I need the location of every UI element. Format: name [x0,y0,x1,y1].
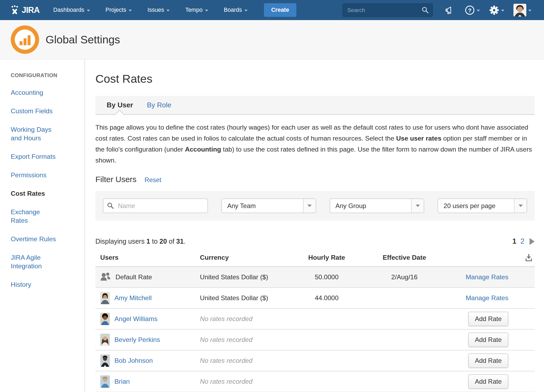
sidebar-item-cost-rates[interactable]: Cost Rates [11,189,77,198]
avatar [100,313,110,325]
main-content: Cost Rates By User By Role This page all… [85,59,544,392]
sidebar-heading: CONFIGURATION [11,72,77,78]
select-arrow [514,199,527,213]
nav-dashboards-label: Dashboards [53,7,84,13]
announcements-button[interactable] [445,5,456,15]
currency-cell: United States Dollar ($) [200,294,293,302]
sidebar-item-overtime-rules[interactable]: Overtime Rules [11,235,77,243]
pagination-next-icon[interactable] [530,238,535,245]
table-row: Amy Mitchell United States Dollar ($) 44… [95,288,535,309]
effective-date-cell: 2/Aug/16 [360,273,449,281]
status-cell: No rates recorded [200,315,293,323]
help-menu[interactable]: ? [465,5,480,15]
user-cell: Beverly Perkins [95,334,200,346]
displaying-from: 1 [146,238,150,245]
hourly-rate-cell: 50.0000 [293,273,360,281]
download-icon[interactable] [524,254,533,262]
user-name-link[interactable]: Beverly Perkins [114,336,160,344]
table-header-row: Users Currency Hourly Rate Effective Dat… [95,254,535,267]
add-rate-button[interactable]: Add Rate [468,353,508,368]
table-header-actions [449,254,535,262]
table-row: Beverly Perkins No rates recorded Add Ra… [95,330,535,350]
add-rate-button[interactable]: Add Rate [468,333,508,347]
add-rate-button[interactable]: Add Rate [468,312,508,326]
chevron-down-icon [501,10,504,12]
avatar [100,355,110,367]
sidebar-item-working-days-and-hours[interactable]: Working Days and Hours [11,125,77,142]
jira-logo[interactable]: JIRA [10,5,40,15]
chevron-down-icon [87,10,90,12]
user-name-link[interactable]: Bob Johnson [114,357,153,364]
search-icon[interactable] [422,6,429,14]
column-users: Users [95,254,200,261]
tab-bar: By User By Role [95,96,535,115]
manage-rates-link[interactable]: Manage Rates [466,273,508,281]
settings-menu[interactable] [489,5,504,15]
avatar [100,334,110,346]
nav-boards-label: Boards [224,7,242,13]
pagination-page-2[interactable]: 2 [520,237,524,246]
team-select[interactable]: Any Team [221,198,316,213]
page: { "colors": { "nav_bg": "#275a88", "crea… [0,0,544,392]
page-size-select[interactable]: 20 users per page [438,198,527,213]
action-cell: Add Rate [449,312,535,326]
user-menu[interactable] [513,4,531,17]
hourly-rate-cell: 44.0000 [293,294,360,302]
jira-mark-icon [10,5,19,15]
description-bold: Use user rates [396,135,441,142]
nav-projects-label: Projects [106,7,126,13]
avatar [100,292,110,304]
tab-by-user[interactable]: By User [107,101,133,109]
displaying-part: of [167,238,176,245]
chevron-down-icon [477,10,480,12]
tab-by-role[interactable]: By Role [147,101,171,109]
group-select[interactable]: Any Group [330,198,424,213]
megaphone-icon [445,5,456,15]
displaying-part: to [150,238,159,245]
column-currency: Currency [200,254,293,261]
search-input[interactable] [342,3,433,17]
active-tab-notch [115,111,124,115]
group-icon [100,272,111,282]
user-name-link[interactable]: Amy Mitchell [114,294,152,302]
select-arrow [303,199,316,213]
sidebar-item-accounting[interactable]: Accounting [11,88,77,97]
nav-issues[interactable]: Issues [147,7,170,13]
add-rate-button[interactable]: Add Rate [468,374,508,389]
chevron-down-icon [129,10,132,12]
search-icon [107,202,114,209]
nav-boards[interactable]: Boards [224,7,248,13]
sidebar-item-jira-agile-integration[interactable]: JIRA Agile Integration [11,253,77,270]
action-cell: Add Rate [449,333,535,347]
chevron-down-icon [244,10,248,12]
displaying-total: 31 [176,238,184,245]
user-avatar [513,4,526,17]
nav-dashboards[interactable]: Dashboards [53,7,90,13]
status-cell: No rates recorded [200,336,293,344]
status-cell: No rates recorded [200,357,293,364]
nav-tempo[interactable]: Tempo [185,7,208,13]
action-cell: Add Rate [449,374,535,389]
sidebar-item-permissions[interactable]: Permissions [11,171,77,179]
name-filter-input[interactable] [103,198,208,213]
sidebar-item-exchange-rates[interactable]: Exchange Rates [11,208,77,225]
nav-projects[interactable]: Projects [106,7,132,13]
sidebar-item-history[interactable]: History [11,280,77,289]
description-bold: Accounting [185,146,221,153]
reset-link[interactable]: Reset [144,176,161,184]
sidebar-item-custom-fields[interactable]: Custom Fields [11,107,77,115]
brand-text: JIRA [22,5,40,15]
user-name-link[interactable]: Angel Williams [114,315,158,323]
column-effective-date: Effective Date [360,254,449,261]
chevron-down-icon [307,205,312,207]
nav-search [342,3,433,17]
user-name-link[interactable]: Brian [114,378,130,385]
user-cell: Bob Johnson [95,355,200,367]
sidebar-item-export-formats[interactable]: Export Formats [11,152,77,161]
filter-users-title: Filter Users [95,175,136,184]
create-button[interactable]: Create [264,3,296,17]
table-row: Default Rate United States Dollar ($) 50… [95,267,535,288]
global-settings-header: Global Settings [0,20,544,59]
status-cell: No rates recorded [200,378,293,385]
manage-rates-link[interactable]: Manage Rates [466,294,508,302]
